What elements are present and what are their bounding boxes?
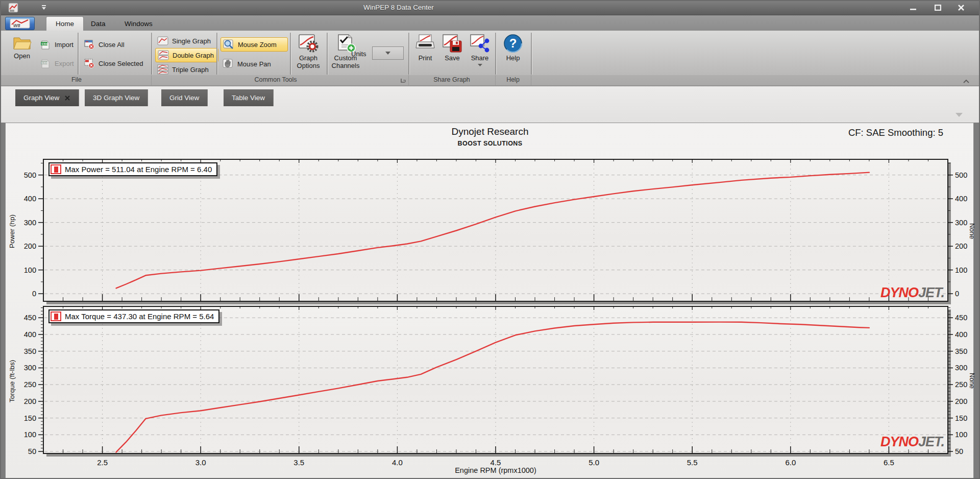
- ribbon-tab-windows[interactable]: Windows: [115, 16, 162, 31]
- help-button[interactable]: ? Help: [500, 34, 526, 62]
- svg-text:?: ?: [509, 36, 517, 50]
- share-button[interactable]: Share: [467, 34, 493, 66]
- close-all-button[interactable]: Close All: [82, 37, 129, 52]
- help-icon: ?: [503, 34, 523, 53]
- tab-grid-view[interactable]: Grid View: [161, 89, 208, 106]
- ribbon-separator: [151, 33, 152, 75]
- svg-text:300: 300: [24, 219, 36, 227]
- close-button[interactable]: [953, 3, 969, 12]
- units-label: Units: [351, 50, 366, 58]
- graph-options-button[interactable]: Graph Options: [292, 34, 325, 69]
- ribbon-separator: [290, 33, 291, 75]
- torque-legend[interactable]: Max Torque = 437.30 at Engine RPM = 5.64: [48, 309, 219, 323]
- close-tab-icon[interactable]: [64, 95, 70, 101]
- app-icon: [8, 3, 18, 13]
- ribbon-separator: [216, 33, 217, 75]
- torque-right-axis-title: None: [966, 362, 976, 400]
- svg-text:150: 150: [955, 414, 967, 422]
- close-selected-icon: [84, 58, 95, 69]
- svg-text:6.5: 6.5: [884, 458, 894, 467]
- minimize-button[interactable]: [905, 3, 921, 12]
- save-icon: [442, 34, 462, 53]
- ribbon-collapse-icon[interactable]: [963, 77, 971, 84]
- save-button[interactable]: Save: [440, 34, 464, 62]
- single-graph-label: Single Graph: [172, 37, 211, 45]
- svg-text:400: 400: [24, 195, 36, 203]
- winpep-logo: W8: [9, 18, 31, 29]
- print-label: Print: [419, 55, 432, 62]
- ribbon-separator: [408, 33, 409, 75]
- mouse-zoom-label: Mouse Zoom: [238, 41, 277, 49]
- tab-table-view[interactable]: Table View: [224, 89, 274, 106]
- help-label: Help: [506, 55, 520, 62]
- document-tab-strip: Graph View 3D Graph View Grid View Table…: [0, 86, 980, 123]
- tab-graph-view[interactable]: Graph View: [15, 89, 79, 106]
- svg-text:50: 50: [28, 447, 36, 456]
- svg-text:200: 200: [24, 242, 36, 250]
- print-button[interactable]: Print: [411, 34, 439, 62]
- svg-text:100: 100: [24, 430, 36, 439]
- svg-text:2.5: 2.5: [97, 458, 108, 467]
- svg-text:150: 150: [24, 414, 36, 422]
- legend-marker: [51, 164, 61, 174]
- ribbon-separator: [531, 33, 532, 75]
- power-right-axis-title: None: [966, 212, 976, 250]
- single-graph-icon: [157, 36, 168, 46]
- ribbon-tab-data[interactable]: Data: [82, 16, 115, 31]
- ribbon-separator: [495, 33, 496, 75]
- ribbon-tab-home[interactable]: Home: [46, 16, 84, 31]
- power-legend[interactable]: Max Power = 511.04 at Engine RPM = 6.40: [48, 162, 217, 176]
- triple-graph-button[interactable]: Triple Graph: [155, 62, 213, 77]
- share-dropdown-arrow: [478, 64, 482, 66]
- export-button[interactable]: CSV Export: [38, 56, 78, 70]
- svg-text:100: 100: [24, 266, 36, 274]
- dialog-launcher-icon[interactable]: [400, 77, 407, 84]
- svg-text:350: 350: [955, 347, 967, 355]
- close-selected-button[interactable]: Close Selected: [82, 56, 147, 70]
- graph-options-icon: [298, 34, 318, 53]
- svg-text:50: 50: [955, 447, 963, 456]
- ribbon-group-strip: File Common Tools Share Graph Help: [0, 75, 980, 85]
- tab-overflow-icon[interactable]: [955, 113, 964, 118]
- titlebar: WinPEP 8 Data Center: [0, 0, 980, 15]
- share-graph-group-label: Share Graph: [433, 76, 470, 83]
- svg-text:300: 300: [24, 364, 36, 372]
- maximize-button[interactable]: [930, 3, 945, 12]
- single-graph-button[interactable]: Single Graph: [155, 34, 215, 48]
- mouse-pan-button[interactable]: Mouse Pan: [220, 57, 275, 71]
- x-axis-title: Engine RPM (rpmx1000): [11, 466, 980, 474]
- svg-text:3.0: 3.0: [195, 458, 206, 467]
- correction-factor-label: CF: SAE Smoothing: 5: [848, 127, 943, 138]
- svg-text:500: 500: [24, 171, 36, 179]
- mouse-zoom-button[interactable]: Mouse Zoom: [220, 37, 288, 52]
- svg-text:450: 450: [955, 314, 967, 322]
- double-graph-button[interactable]: Double Graph: [155, 48, 218, 62]
- dynojet-logo: DYNOJET.: [857, 285, 944, 301]
- window-title: WinPEP 8 Data Center: [363, 4, 434, 11]
- close-all-label: Close All: [99, 41, 125, 49]
- double-graph-label: Double Graph: [173, 52, 214, 59]
- torque-axis-title: Torque (ft-lbs): [8, 345, 23, 417]
- tab-graph-view-label: Graph View: [23, 94, 59, 102]
- tab-3d-graph-view[interactable]: 3D Graph View: [85, 89, 148, 106]
- svg-text:4.0: 4.0: [392, 458, 403, 467]
- svg-text:400: 400: [955, 330, 967, 339]
- open-button[interactable]: Open: [7, 34, 37, 60]
- triple-graph-label: Triple Graph: [172, 66, 209, 74]
- graph-options-label: Graph Options: [295, 55, 322, 69]
- qat-dropdown-icon[interactable]: [40, 4, 48, 11]
- export-csv-icon: CSV: [40, 58, 51, 69]
- units-dropdown[interactable]: [372, 46, 404, 60]
- import-label: Import: [55, 41, 74, 49]
- close-all-icon: [84, 39, 95, 50]
- svg-text:0: 0: [32, 290, 36, 298]
- ribbon: Open CSV Import CSV Export Close All Clo…: [0, 31, 980, 86]
- share-icon: [470, 34, 490, 53]
- graph-subtitle: BOOST SOLUTIONS: [0, 140, 980, 147]
- mouse-zoom-icon: [223, 39, 234, 50]
- svg-text:3.5: 3.5: [293, 458, 304, 467]
- import-button[interactable]: CSV Import: [38, 37, 78, 52]
- svg-text:5.5: 5.5: [687, 458, 698, 467]
- svg-text:400: 400: [24, 330, 36, 339]
- application-button[interactable]: W8: [5, 17, 35, 30]
